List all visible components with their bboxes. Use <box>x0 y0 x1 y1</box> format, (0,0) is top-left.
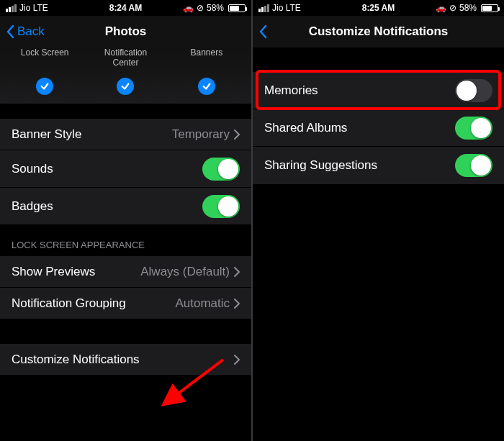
chevron-left-icon <box>258 24 267 39</box>
screen-photos-notifications: Jio LTE 8:24 AM 🚗 ⊘ 58% Back Photos Lock… <box>0 0 251 441</box>
shared-albums-label: Shared Albums <box>264 121 347 135</box>
row-sounds[interactable]: Sounds <box>0 150 251 188</box>
chevron-right-icon <box>234 355 240 365</box>
section-header-lock-screen: LOCK SCREEN APPEARANCE <box>0 225 251 256</box>
grouping-label: Notification Grouping <box>12 296 126 311</box>
page-title: Photos <box>105 24 147 39</box>
chevron-right-icon <box>234 299 240 309</box>
alert-type-banners-label: Banners <box>166 47 246 58</box>
clock: 8:24 AM <box>0 3 251 13</box>
nav-bar: Back Photos <box>0 16 251 47</box>
alert-type-notification-center-check[interactable] <box>117 78 134 95</box>
clock: 8:25 AM <box>253 3 504 13</box>
row-customize-notifications[interactable]: Customize Notifications <box>0 344 251 376</box>
alert-type-lockscreen-check[interactable] <box>36 78 53 95</box>
banner-style-label: Banner Style <box>12 127 81 142</box>
badges-label: Badges <box>12 199 53 214</box>
customize-label: Customize Notifications <box>12 353 140 367</box>
page-title: Customize Notifications <box>309 24 449 39</box>
alert-type-banners-check[interactable] <box>198 78 215 95</box>
chevron-right-icon <box>234 129 240 140</box>
chevron-left-icon <box>6 24 14 39</box>
sounds-toggle[interactable] <box>202 158 240 181</box>
status-bar: Jio LTE 8:25 AM 🚗 ⊘ 58% <box>253 0 504 16</box>
screen-customize-notifications: Jio LTE 8:25 AM 🚗 ⊘ 58% Customize Notifi… <box>253 0 504 441</box>
status-bar: Jio LTE 8:24 AM 🚗 ⊘ 58% <box>0 0 251 16</box>
battery-icon <box>228 4 246 12</box>
banner-style-value: Temporary <box>172 127 230 142</box>
sharing-suggestions-toggle[interactable] <box>455 154 492 177</box>
badges-toggle[interactable] <box>202 195 240 218</box>
row-notification-grouping[interactable]: Notification Grouping Automatic <box>0 288 251 319</box>
battery-icon <box>481 4 498 12</box>
previews-label: Show Previews <box>12 265 95 279</box>
row-badges[interactable]: Badges <box>0 188 251 225</box>
sounds-label: Sounds <box>12 162 53 176</box>
back-label: Back <box>17 24 45 39</box>
grouping-value: Automatic <box>175 296 230 311</box>
memories-label: Memories <box>264 83 318 98</box>
alert-type-notification-center-label: Notification Center <box>86 47 166 68</box>
chevron-right-icon <box>234 267 240 277</box>
back-button[interactable] <box>258 16 267 47</box>
nav-bar: Customize Notifications <box>253 16 504 47</box>
shared-albums-toggle[interactable] <box>455 117 492 140</box>
row-banner-style[interactable]: Banner Style Temporary <box>0 119 251 150</box>
row-memories[interactable]: Memories <box>253 72 504 109</box>
memories-toggle[interactable] <box>455 79 492 102</box>
previews-value: Always (Default) <box>140 265 230 279</box>
sharing-suggestions-label: Sharing Suggestions <box>264 158 377 173</box>
alert-type-lockscreen-label: Lock Screen <box>5 47 85 58</box>
row-sharing-suggestions[interactable]: Sharing Suggestions <box>253 147 504 184</box>
row-show-previews[interactable]: Show Previews Always (Default) <box>0 256 251 288</box>
row-shared-albums[interactable]: Shared Albums <box>253 109 504 147</box>
alert-types-area: Lock Screen Notification Center Banners <box>0 47 251 104</box>
back-button[interactable]: Back <box>6 16 45 47</box>
